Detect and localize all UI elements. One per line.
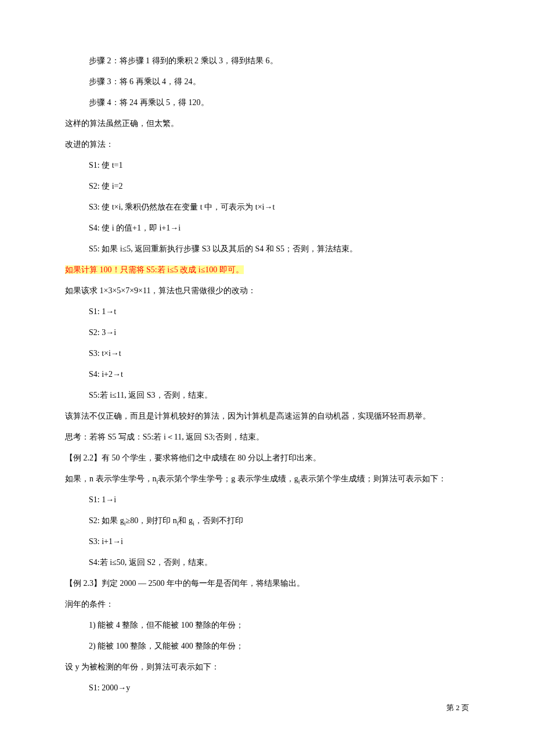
- s2-c: S2: 如果 gi≥80，则打印 ni和 gi，否则不打印: [65, 514, 469, 527]
- p23-part-c: 和 g: [178, 516, 193, 525]
- s3-c: S3: i+1→i: [65, 535, 469, 548]
- p21-part-b: 表示第个学生学号；g 表示学生成绩，g: [158, 474, 298, 483]
- step-3: 步骤 3：将 6 再乘以 4，得 24。: [65, 75, 469, 88]
- example-2-2-desc: 如果，n 表示学生学号，ni表示第个学生学号；g 表示学生成绩，gi表示第个学生…: [65, 473, 469, 485]
- algo-commentary: 该算法不仅正确，而且是计算机较好的算法，因为计算机是高速运算的自动机器，实现循环…: [65, 410, 469, 422]
- s3-line: S3: 使 t×i, 乘积仍然放在在变量 t 中，可表示为 t×i→t: [65, 201, 469, 213]
- example-2-3: 【例 2.3】判定 2000 — 2500 年中的每一年是否闰年，将结果输出。: [65, 577, 469, 589]
- s4-b: S4: i+2→t: [65, 368, 469, 380]
- s1-d: S1: 2000→y: [65, 682, 469, 694]
- condition-2: 2) 能被 100 整除，又能被 400 整除的年份；: [65, 640, 469, 652]
- s1-c: S1: 1→i: [65, 494, 469, 506]
- s2-line: S2: 使 i=2: [65, 180, 469, 192]
- highlight-span: 如果计算 100！只需将 S5:若 i≤5 改成 i≤100 即可。: [65, 265, 244, 274]
- highlighted-note: 如果计算 100！只需将 S5:若 i≤5 改成 i≤100 即可。: [65, 264, 469, 276]
- page-number: 第 2 页: [446, 703, 469, 713]
- s1-line: S1: 使 t=1: [65, 159, 469, 171]
- example-2-2: 【例 2.2】有 50 个学生，要求将他们之中成绩在 80 分以上者打印出来。: [65, 452, 469, 464]
- s3-b: S3: t×i→t: [65, 347, 469, 359]
- s4-c: S4:若 i≤50, 返回 S2，否则，结束。: [65, 556, 469, 568]
- s1-b: S1: 1→t: [65, 305, 469, 318]
- step-4: 步骤 4：将 24 再乘以 5，得 120。: [65, 96, 469, 109]
- p23-part-d: ，否则不打印: [194, 516, 243, 525]
- improved-algo-heading: 改进的算法：: [65, 138, 469, 150]
- p23-part-b: ≥80，则打印 n: [125, 516, 176, 525]
- think-note: 思考：若将 S5 写成：S5:若 i＜11, 返回 S3;否则，结束。: [65, 431, 469, 443]
- y-variable-desc: 设 y 为被检测的年份，则算法可表示如下：: [65, 661, 469, 673]
- comment-too-complex: 这样的算法虽然正确，但太繁。: [65, 117, 469, 129]
- s4-line: S4: 使 i 的值+1，即 i+1→i: [65, 222, 469, 234]
- leap-year-conditions: 润年的条件：: [65, 598, 469, 610]
- p21-part-c: 表示第个学生成绩；则算法可表示如下：: [300, 474, 446, 483]
- p23-part-a: S2: 如果 g: [89, 516, 124, 525]
- change-note: 如果该求 1×3×5×7×9×11，算法也只需做很少的改动：: [65, 285, 469, 297]
- step-2: 步骤 2：将步骤 1 得到的乘积 2 乘以 3，得到结果 6。: [65, 55, 469, 67]
- s5-line: S5: 如果 i≤5, 返回重新执行步骤 S3 以及其后的 S4 和 S5；否则…: [65, 243, 469, 255]
- condition-1: 1) 能被 4 整除，但不能被 100 整除的年份；: [65, 619, 469, 631]
- document-page: 步骤 2：将步骤 1 得到的乘积 2 乘以 3，得到结果 6。 步骤 3：将 6…: [0, 0, 534, 756]
- s5-b: S5:若 i≤11, 返回 S3，否则，结束。: [65, 389, 469, 401]
- p21-part-a: 如果，n 表示学生学号，n: [65, 474, 157, 483]
- s2-b: S2: 3→i: [65, 326, 469, 339]
